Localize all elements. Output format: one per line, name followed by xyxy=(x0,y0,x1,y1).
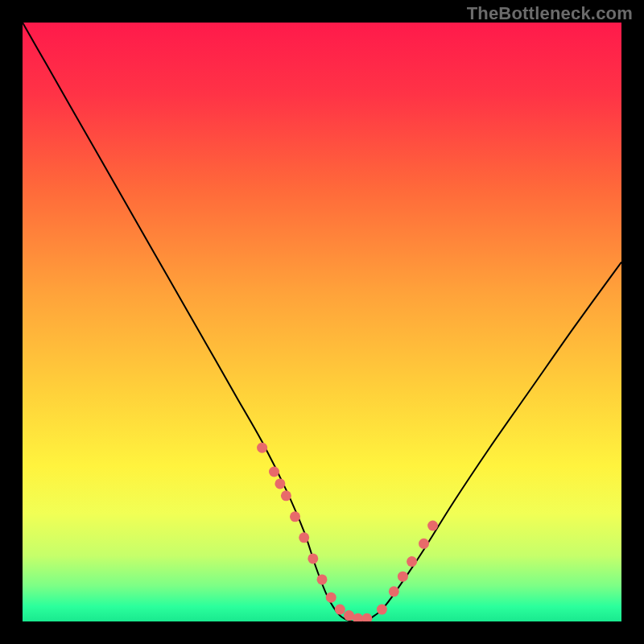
marker-dot xyxy=(398,572,408,582)
marker-dot xyxy=(427,521,438,531)
marker-dot xyxy=(353,613,363,621)
marker-layer xyxy=(257,443,438,621)
marker-dot xyxy=(299,532,309,543)
marker-dot xyxy=(361,613,372,621)
plot-area xyxy=(23,23,621,621)
marker-dot xyxy=(317,574,328,584)
watermark-text: TheBottleneck.com xyxy=(467,3,633,24)
marker-dot xyxy=(389,586,399,597)
marker-dot xyxy=(269,467,279,477)
marker-dot xyxy=(290,511,300,522)
marker-dot xyxy=(377,605,387,615)
marker-dot xyxy=(326,592,336,603)
marker-dot xyxy=(407,556,417,567)
marker-dot xyxy=(257,443,267,453)
marker-dot xyxy=(275,478,285,489)
marker-dot xyxy=(344,610,354,621)
chart-frame: TheBottleneck.com xyxy=(0,0,644,644)
marker-dot xyxy=(419,539,429,549)
marker-dot xyxy=(335,605,345,615)
marker-dot xyxy=(308,553,318,564)
marker-dot xyxy=(281,490,291,501)
bottleneck-curve xyxy=(23,23,621,621)
curve-layer xyxy=(23,23,621,621)
